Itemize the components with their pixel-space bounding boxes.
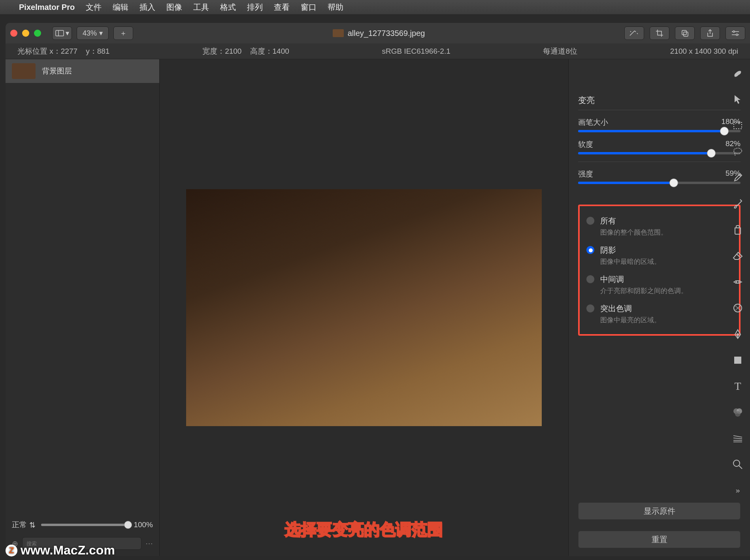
svg-point-25: [733, 460, 740, 466]
radio-icon: [586, 246, 595, 254]
svg-rect-2: [682, 30, 686, 35]
info-bar: 光标位置 x：2277 y：881 宽度：2100 高度：1400 sRGB I…: [6, 43, 750, 59]
svg-line-26: [739, 466, 742, 469]
crop-button[interactable]: [650, 26, 669, 40]
fill-tool[interactable]: [731, 224, 744, 236]
brush-size-slider[interactable]: [578, 130, 741, 132]
dimensions-label: 2100 x 1400 300 dpi: [670, 47, 738, 56]
radio-icon: [586, 304, 595, 313]
share-button[interactable]: [700, 26, 720, 40]
sliders-icon: [731, 30, 740, 36]
chevron-updown-icon: ⇅: [29, 521, 36, 530]
shape-tool[interactable]: [731, 354, 744, 366]
color-adjust-tool[interactable]: [731, 406, 744, 419]
svg-line-21: [733, 436, 742, 437]
tone-option-all[interactable]: 所有 图像的整个颜色范围。: [584, 212, 735, 241]
menu-insert[interactable]: 插入: [139, 2, 155, 13]
document-thumb-icon: [333, 29, 344, 37]
strength-control: 强度 59%: [578, 169, 741, 184]
type-tool[interactable]: T: [731, 380, 744, 393]
layer-row[interactable]: 背景图层: [6, 59, 159, 83]
minimize-button[interactable]: [22, 30, 29, 37]
softness-slider[interactable]: [578, 152, 741, 154]
add-button[interactable]: ＋: [113, 26, 133, 40]
menu-help[interactable]: 帮助: [328, 2, 343, 13]
main-window: ▾ 43% ▾ ＋ alley_127733569.jpeg 光标位置 x：22…: [6, 23, 750, 556]
menu-image[interactable]: 图像: [166, 2, 182, 13]
canvas-area[interactable]: 选择要变亮的色调范围: [160, 59, 568, 556]
svg-point-20: [735, 411, 741, 417]
menu-format[interactable]: 格式: [220, 2, 236, 13]
svg-point-15: [734, 304, 742, 312]
repair-tool[interactable]: [731, 276, 744, 288]
document-title: alley_127733569.jpeg: [138, 29, 620, 38]
svg-point-7: [736, 34, 738, 36]
close-button[interactable]: [10, 30, 17, 37]
app-menu[interactable]: Pixelmator Pro: [19, 3, 75, 12]
sidebar-icon: [55, 30, 64, 36]
adjustments-button[interactable]: [726, 26, 745, 40]
menu-arrange[interactable]: 排列: [247, 2, 263, 13]
menu-view[interactable]: 查看: [274, 2, 290, 13]
crop-icon: [656, 29, 663, 37]
filename-label: alley_127733569.jpeg: [348, 29, 425, 38]
window-titlebar: ▾ 43% ▾ ＋ alley_127733569.jpeg: [6, 23, 750, 43]
plus-icon: ＋: [120, 28, 127, 38]
eyedropper-tool[interactable]: [731, 171, 744, 184]
menu-window[interactable]: 窗口: [301, 2, 317, 13]
annotation-caption: 选择要变亮的色调范围: [285, 519, 443, 540]
watermark-text: www.MacZ.com: [21, 543, 115, 558]
lasso-tool[interactable]: [731, 145, 744, 158]
tool-options-panel: 变亮 画笔大小 180% 软度 82%: [568, 59, 750, 556]
layer-opacity-slider[interactable]: [41, 524, 128, 526]
sidebar-toggle-button[interactable]: ▾: [52, 26, 72, 40]
wand-icon: [629, 30, 639, 36]
blend-mode-dropdown[interactable]: 正常 ⇅: [12, 520, 36, 530]
softness-control: 软度 82%: [578, 139, 741, 154]
style-tool[interactable]: [731, 67, 744, 80]
image-size: 宽度：2100 高度：1400: [202, 46, 289, 56]
layer-options-button[interactable]: ⋯: [145, 539, 153, 548]
menu-edit[interactable]: 编辑: [113, 2, 128, 13]
strength-slider[interactable]: [578, 182, 741, 184]
svg-rect-17: [734, 357, 741, 364]
marquee-tool[interactable]: [731, 119, 744, 132]
tone-option-highlights[interactable]: 突出色调 图像中最亮的区域。: [584, 299, 735, 329]
show-original-button[interactable]: 显示原件: [578, 502, 741, 520]
zoom-button[interactable]: [34, 30, 41, 37]
menu-file[interactable]: 文件: [86, 2, 102, 13]
layer-name: 背景图层: [42, 66, 72, 76]
pen-tool[interactable]: [731, 328, 744, 340]
erase-tool[interactable]: [731, 250, 744, 262]
reset-button[interactable]: 重置: [578, 531, 741, 548]
radio-icon: [586, 216, 595, 225]
layer-thumbnail: [12, 63, 36, 79]
layer-opacity-value: 100%: [134, 521, 153, 529]
svg-rect-3: [684, 32, 688, 36]
zoom-tool[interactable]: [731, 458, 744, 471]
ml-enhance-button[interactable]: [624, 26, 644, 40]
tone-option-shadows[interactable]: 阴影 图像中最暗的区域。: [584, 241, 735, 270]
arrow-tool[interactable]: [731, 93, 744, 106]
colorspace-label: sRGB IEC61966-2.1: [382, 47, 450, 56]
watermark: Z www.MacZ.com: [6, 543, 115, 558]
window-controls: [10, 30, 41, 37]
zoom-value: 43%: [83, 29, 97, 38]
strength-label: 强度: [578, 169, 593, 179]
warp-tool[interactable]: [731, 302, 744, 314]
tone-range-group: 所有 图像的整个颜色范围。 阴影 图像中最暗的区域。 中间调 介于亮部和阴影: [578, 205, 741, 336]
brush-tool[interactable]: [731, 197, 744, 210]
blend-mode-value: 正常: [12, 520, 27, 530]
effects-tool[interactable]: [731, 432, 744, 445]
svg-point-9: [734, 148, 742, 154]
brush-size-control: 画笔大小 180%: [578, 117, 741, 132]
menu-tools[interactable]: 工具: [193, 2, 209, 13]
tone-option-midtones[interactable]: 中间调 介于亮部和阴影之间的色调。: [584, 270, 735, 299]
brush-size-label: 画笔大小: [578, 117, 608, 128]
zoom-dropdown[interactable]: 43% ▾: [77, 26, 109, 40]
duplicate-button[interactable]: [675, 26, 695, 40]
duplicate-icon: [681, 29, 689, 37]
image-preview: [186, 189, 542, 426]
cursor-position: 光标位置 x：2277 y：881: [17, 46, 109, 56]
expand-tools-button[interactable]: »: [731, 484, 744, 497]
